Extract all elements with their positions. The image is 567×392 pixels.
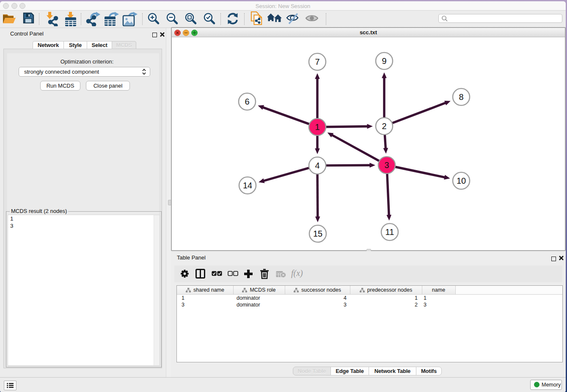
svg-text:15: 15 <box>313 229 322 238</box>
svg-text:3: 3 <box>384 160 389 170</box>
svg-text:4: 4 <box>315 161 319 170</box>
svg-text:6: 6 <box>245 97 249 106</box>
svg-text:14: 14 <box>243 181 252 190</box>
svg-text:8: 8 <box>459 92 463 102</box>
svg-text:11: 11 <box>385 227 394 237</box>
svg-text:2: 2 <box>382 121 386 131</box>
svg-text:1: 1 <box>315 122 319 132</box>
svg-text:7: 7 <box>315 57 319 66</box>
svg-text:9: 9 <box>382 56 386 66</box>
svg-text:10: 10 <box>457 176 466 185</box>
